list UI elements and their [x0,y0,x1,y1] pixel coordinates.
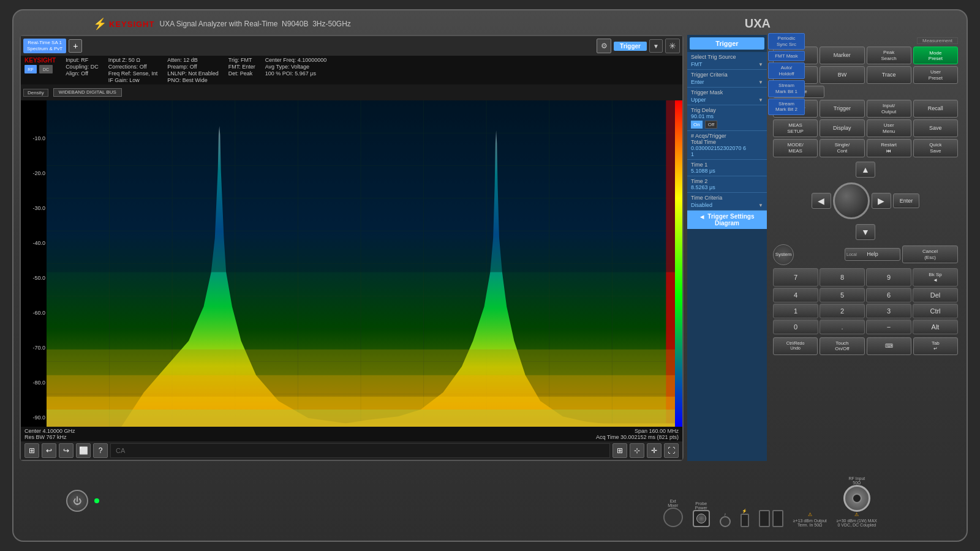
stream-mark1-button[interactable]: StreamMark Bit 1 [768,80,805,97]
periodic-sync-button[interactable]: PeriodicSync Src [768,33,805,50]
scroll-knob[interactable] [833,182,870,219]
crosshair-button[interactable]: ✛ [647,443,662,458]
num-2[interactable]: 2 [820,304,865,318]
headphone-connector[interactable] [720,516,731,527]
probe-power-label: ProbePower [695,501,707,510]
touch-button[interactable]: TouchOn/Off [820,337,864,355]
settings-icon[interactable]: ⚙ [597,39,611,53]
trigger-settings-diagram[interactable]: ◀ Trigger SettingsDiagram [687,211,767,229]
stream-mark2-button[interactable]: StreamMark Bit 2 [768,99,805,115]
lnp-info: LNLNP: Not Enabled [167,70,219,77]
nav-bot-row: ▼ [856,224,875,240]
grid-button[interactable]: ⊞ [612,443,627,458]
enter-button[interactable]: Enter [893,193,920,208]
trig-delay-item[interactable]: Trig Delay 90.01 ms On Off [687,105,767,131]
num-5[interactable]: 5 [820,288,865,302]
windows-button[interactable]: ⊞ [24,443,39,458]
decimal-button[interactable]: . [820,320,865,334]
alt-button[interactable]: Alt [913,320,958,334]
bw-button[interactable]: BW [820,66,864,84]
time1-item[interactable]: Time 1 5.1088 μs [687,160,767,176]
trigger-button[interactable]: Trigger [820,100,864,118]
y-label-2: -20.0 [22,170,45,176]
nav-right-button[interactable]: ▶ [872,193,891,209]
save-button[interactable]: Save [913,119,958,137]
marker-button[interactable]: Marker [820,47,864,64]
help-button[interactable]: ? [93,443,108,458]
mode-preset-button[interactable]: ModePreset [913,47,958,64]
probe-power-connector[interactable] [693,510,710,527]
main-content: Real-Time SA 1 Spectrum & PvT + ⚙ Trigge… [20,35,960,461]
ext-mixer-connector[interactable] [663,508,683,527]
undo-ctrl-button[interactable]: Ctrl/RedoUndo [773,337,818,355]
num-1[interactable]: 1 [773,304,818,318]
snowflake-icon[interactable]: ✳ [665,39,680,53]
power-button[interactable]: ⏻ [66,490,88,512]
trigger-header-button[interactable]: Trigger [614,42,647,51]
expand-button[interactable]: ⛶ [664,443,679,458]
rf-input-connector[interactable] [843,485,870,512]
fmt-mask-button[interactable]: FMT Mask [768,51,805,61]
tab-button[interactable]: Tab↵ [913,337,958,355]
trig-off-button[interactable]: Off [705,121,718,129]
del-button[interactable]: Del [913,288,958,302]
system-button[interactable]: System [773,244,794,265]
trigger-dropdown-icon[interactable]: ▼ [649,39,663,53]
mode-button[interactable]: Real-Time SA 1 Spectrum & PvT [23,39,66,53]
recall-button[interactable]: Recall [913,100,958,118]
ctrl-button[interactable]: Ctrl [913,304,958,318]
nav-left-button[interactable]: ◀ [812,193,831,209]
num-6[interactable]: 6 [866,288,911,302]
display-button[interactable]: Display [820,119,864,137]
user-preset-button[interactable]: UserPreset [913,66,958,84]
trig-on-button[interactable]: On [691,121,703,129]
density-dropdown[interactable]: Density [23,89,48,97]
trig-criteria-item[interactable]: Trigger Criteria Enter ▼ [687,70,767,88]
mode-meas-button[interactable]: MODE/MEAS [773,139,818,157]
meas-setup-button[interactable]: MEASSETUP [773,119,818,137]
num-8[interactable]: 8 [820,268,865,287]
trig-source-arrow: ▼ [758,62,763,67]
undo-button[interactable]: ↩ [42,443,56,458]
num-9[interactable]: 9 [866,268,911,287]
usb-connector-1[interactable] [741,514,749,527]
num-3[interactable]: 3 [866,304,911,318]
auto-holdoff-button[interactable]: Auto/Holdoff [768,62,805,79]
cursor-button[interactable]: ⊹ [630,443,644,458]
input-output-button[interactable]: Input/Output [867,100,911,118]
keysight-logo: ⚡ KEYSIGHT [93,17,154,31]
num-4[interactable]: 4 [773,288,818,302]
time-criteria-value: Disabled [691,202,712,208]
num-0[interactable]: 0 [773,320,818,334]
quick-save-button[interactable]: QuickSave [913,139,958,157]
acqs-trigger-item[interactable]: # Acqs/Trigger Total Time 0.030002152302… [687,131,767,160]
trig-mask-item[interactable]: Trigger Mask Upper ▼ [687,88,767,105]
centerfreq-info: Center Freq: 4.10000000 [265,57,327,63]
usb-port-2[interactable] [772,510,783,527]
cancel-button[interactable]: Cancel(Esc) [902,246,958,263]
redo-button[interactable]: ↪ [59,443,74,458]
nav-up-button[interactable]: ▲ [856,162,875,178]
usb-port-1[interactable] [759,510,770,527]
user-menu-button[interactable]: UserMenu [867,119,911,137]
add-window-button[interactable]: + [69,39,82,53]
y-label-5: -50.0 [22,275,45,281]
time2-item[interactable]: Time 2 8.5263 μs [687,176,767,193]
svg-rect-26 [47,100,675,272]
trigger-main-button[interactable]: Trigger [690,37,764,50]
trace-button[interactable]: Trace [867,66,911,84]
power-led [94,498,99,503]
time-criteria-item[interactable]: Time Criteria Disabled ▼ [687,193,767,211]
single-cont-button[interactable]: Single/Cont [820,139,864,157]
system-group: System [773,244,794,265]
nav-down-button[interactable]: ▼ [856,224,875,240]
trig-source-item[interactable]: Select Trig Source FMT ▼ [687,52,767,70]
fmtenter-info: FMT: Enter [228,64,255,70]
keyboard-button[interactable]: ⌨ [867,337,911,355]
restart-button[interactable]: Restart⏮ [867,139,911,157]
backspace-button[interactable]: Bk Sp◄ [913,268,958,287]
peak-search-button[interactable]: PeakSearch [867,47,911,64]
num-7[interactable]: 7 [773,268,818,287]
minus-button[interactable]: − [866,320,911,334]
window-button[interactable]: ⬜ [76,443,91,458]
